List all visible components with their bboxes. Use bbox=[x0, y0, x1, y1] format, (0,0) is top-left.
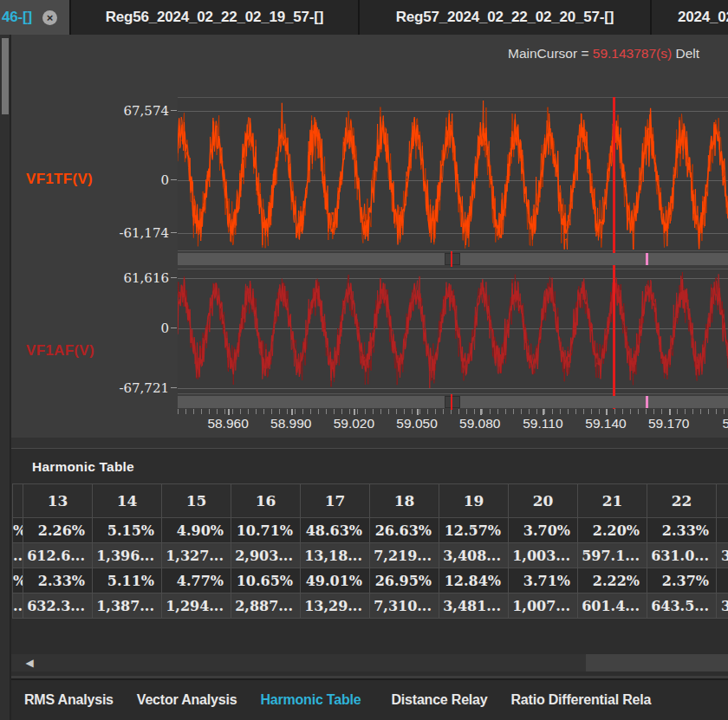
tab-label: Reg57_2024_02_22_02_20_57-[] bbox=[396, 9, 614, 26]
channel-label-vf1af: VF1AF(V) bbox=[26, 342, 94, 360]
overview-window-box[interactable] bbox=[445, 253, 460, 265]
horizontal-scrollbar-thumb[interactable] bbox=[586, 654, 728, 671]
y-tick-mark bbox=[171, 179, 177, 180]
x-major-tick bbox=[291, 409, 293, 415]
x-tick-label: 59.140 bbox=[585, 416, 626, 431]
x-tick-label: 59.110 bbox=[523, 416, 562, 431]
harmonic-column-header: 20 bbox=[509, 484, 578, 518]
x-major-tick bbox=[606, 409, 608, 415]
y-tick-mark bbox=[171, 232, 177, 233]
tab-reg56[interactable]: Reg56_2024_02_22_02_19_57-[] bbox=[71, 0, 360, 35]
harmonic-cell: 2.37% bbox=[647, 568, 717, 594]
x-major-tick bbox=[669, 409, 671, 415]
harmonic-cell: 4.77% bbox=[162, 568, 231, 594]
close-icon[interactable]: × bbox=[42, 10, 57, 25]
harmonic-cell: 3.71% bbox=[509, 568, 578, 594]
harmonic-cell: 612.6... bbox=[23, 543, 93, 568]
x-tick-label: 59.170 bbox=[648, 416, 689, 431]
tab-label: 2024_02 bbox=[678, 9, 728, 26]
y-tick-mark bbox=[171, 387, 177, 388]
overview-scrollbar-1[interactable] bbox=[178, 253, 728, 265]
harmonic-cell: 26.63% bbox=[370, 518, 439, 543]
harmonic-cell: 5.11% bbox=[93, 568, 162, 594]
tab-distance-relay[interactable]: Distance Relay bbox=[391, 692, 487, 708]
harmonic-cell: .. bbox=[13, 543, 23, 568]
harmonic-table-row: ..612.6...1,396...1,327...2,903...13,18.… bbox=[13, 543, 728, 568]
harmonic-cell: 1,007... bbox=[509, 594, 578, 619]
harmonic-cell: 2.22% bbox=[578, 568, 647, 594]
harmonic-cell: 1,396... bbox=[93, 543, 162, 568]
harmonic-cell: 13,18... bbox=[301, 543, 370, 568]
harmonic-table-panel: Harmonic Table 13141516171819202122%2.26… bbox=[11, 448, 728, 676]
harmonic-cell bbox=[717, 518, 728, 543]
x-tick-label: 59. bbox=[723, 416, 728, 431]
analysis-tab-bar: RMS Analysis Vector Analysis Harmonic Ta… bbox=[11, 678, 728, 720]
waveform-trace-vf1tf(v) bbox=[178, 98, 728, 251]
overview-cursor-mark bbox=[451, 251, 452, 267]
waveform-plot-vf1tf[interactable] bbox=[178, 97, 728, 251]
harmonic-header-row: 13141516171819202122 bbox=[13, 484, 728, 518]
overview-window-box[interactable] bbox=[445, 396, 460, 408]
harmonic-cell: 49.01% bbox=[301, 568, 370, 594]
vertical-scrollbar[interactable] bbox=[0, 35, 11, 720]
harmonic-cell: 2.33% bbox=[23, 568, 93, 594]
tab-active-file[interactable]: 46-[] × bbox=[0, 0, 71, 35]
harmonic-cell: 1,003... bbox=[509, 543, 578, 568]
harmonic-table-row: ..632.3...1,387...1,294...2,887...13,29.… bbox=[13, 594, 728, 619]
x-major-tick bbox=[480, 409, 482, 415]
x-major-tick bbox=[228, 409, 230, 415]
harmonic-column-header: 22 bbox=[647, 484, 717, 518]
x-tick-label: 59.050 bbox=[396, 416, 437, 431]
harmonic-column-header: 19 bbox=[439, 484, 509, 518]
waveform-trace-vf1af(v) bbox=[178, 269, 728, 394]
app-window: 46-[] × Reg56_2024_02_22_02_19_57-[] Reg… bbox=[0, 0, 728, 720]
horizontal-scrollbar[interactable]: ◀ bbox=[11, 654, 728, 671]
cursor-readout: MainCursor = 59.143787(s) Delt bbox=[508, 43, 728, 64]
y-tick-mark bbox=[171, 328, 177, 328]
harmonic-table-row: %2.26%5.15%4.90%10.71%48.63%26.63%12.57%… bbox=[13, 518, 728, 543]
y-tick-mark bbox=[171, 110, 177, 111]
harmonic-cell: 10.71% bbox=[231, 518, 301, 543]
harmonic-cell: 4.90% bbox=[162, 518, 231, 543]
x-tick-label: 59.020 bbox=[334, 416, 374, 431]
y-tick-label: 0 bbox=[39, 321, 169, 336]
tab-label: 46-[] bbox=[2, 9, 32, 26]
harmonic-cell: 643.5... bbox=[647, 594, 717, 619]
tab-rms-analysis[interactable]: RMS Analysis bbox=[24, 692, 114, 708]
harmonic-cell: 601.4... bbox=[578, 594, 647, 619]
harmonic-cell: 597.1... bbox=[578, 543, 647, 568]
harmonic-column-header: 18 bbox=[370, 484, 439, 518]
cursor-readout-value: 59.143787(s) bbox=[593, 46, 672, 61]
harmonic-column-header bbox=[717, 484, 728, 518]
harmonic-cell: % bbox=[13, 568, 23, 594]
harmonic-cell bbox=[717, 568, 728, 594]
overview-marker-pink bbox=[646, 396, 648, 408]
panel-title: Harmonic Table bbox=[32, 459, 134, 475]
waveform-plot-vf1af[interactable] bbox=[178, 269, 728, 394]
tab-vector-analysis[interactable]: Vector Analysis bbox=[137, 692, 237, 708]
cursor-readout-suffix: Delt bbox=[672, 46, 699, 61]
scroll-left-icon[interactable]: ◀ bbox=[16, 654, 42, 671]
x-major-tick bbox=[417, 409, 419, 415]
waveform-polyline bbox=[178, 274, 728, 388]
x-major-tick bbox=[354, 409, 355, 415]
tab-ratio-differential-relay[interactable]: Ratio Differential Rela bbox=[511, 692, 652, 708]
harmonic-column-header: 21 bbox=[578, 484, 647, 518]
tab-harmonic-table[interactable]: Harmonic Table bbox=[260, 692, 361, 708]
harmonic-column-header: 17 bbox=[301, 484, 370, 518]
y-tick-label: 0 bbox=[39, 172, 169, 188]
harmonic-column-header: 16 bbox=[231, 484, 301, 518]
harmonic-cell: 48.63% bbox=[301, 518, 370, 543]
harmonic-cell: 7,219... bbox=[370, 543, 439, 568]
y-tick-label: 61,616 bbox=[39, 270, 169, 286]
y-tick-label: -61,174 bbox=[39, 225, 169, 241]
tab-reg57[interactable]: Reg57_2024_02_22_02_20_57-[] bbox=[360, 0, 652, 35]
y-tick-label: -67,721 bbox=[39, 380, 169, 396]
harmonic-cell: 5.15% bbox=[93, 518, 162, 543]
overview-scrollbar-2[interactable] bbox=[178, 396, 728, 408]
vertical-scrollbar-thumb[interactable] bbox=[2, 38, 9, 114]
waveform-polyline bbox=[178, 101, 728, 250]
overview-cursor-mark bbox=[451, 394, 452, 410]
harmonic-cell: 26.95% bbox=[370, 568, 439, 594]
tab-2024[interactable]: 2024_02 bbox=[652, 0, 728, 35]
